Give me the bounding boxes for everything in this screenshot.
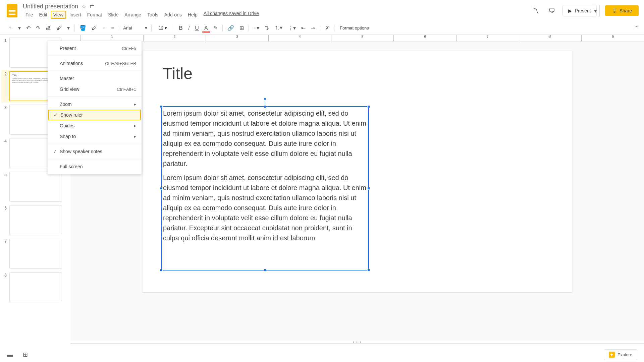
separator — [174, 25, 174, 32]
resize-handle-bm[interactable] — [264, 269, 266, 272]
slide-thumb-6[interactable]: 6 — [3, 205, 68, 235]
text-paragraph-2[interactable]: Lorem ipsum dolor sit amet, consectetur … — [163, 173, 367, 243]
border-dash-button[interactable]: ┅ — [109, 23, 116, 33]
separator — [222, 25, 223, 32]
slide-thumb-5[interactable]: 5 — [3, 172, 68, 202]
comment-button[interactable]: ⊞ — [237, 23, 246, 33]
activity-icon[interactable]: 〽 — [530, 5, 541, 17]
slide-thumb-7[interactable]: 7 — [3, 239, 68, 269]
font-size-select[interactable]: 12 ▾ — [154, 25, 171, 31]
notes-resize-handle[interactable]: • • • — [70, 341, 644, 343]
share-button[interactable]: 🔒 Share — [605, 5, 639, 16]
chevron-right-icon: ▸ — [134, 134, 136, 139]
explore-button[interactable]: ✦ Explore — [604, 349, 637, 360]
menu-view[interactable]: View — [51, 11, 66, 19]
collapse-toolbar-button[interactable]: ⌃ — [634, 25, 639, 31]
text-box-selected[interactable]: Lorem ipsum dolor sit amet, consectetur … — [161, 106, 369, 270]
menu-help[interactable]: Help — [185, 11, 200, 19]
format-options-button[interactable]: Format options — [340, 25, 369, 31]
dd-animations[interactable]: AnimationsCtrl+Alt+Shift+B — [48, 58, 142, 69]
separator — [74, 25, 75, 32]
header: Untitled presentation ☆ 🗀 File Edit View… — [0, 0, 644, 21]
dd-snap-to[interactable]: Snap to▸ — [48, 131, 142, 142]
menu-insert[interactable]: Insert — [67, 11, 84, 19]
toolbar: ＋ ▾ ↶ ↷ 🖶 🖌 ▾ 🪣 🖊 ≡ ┅ Arial▾ 12 ▾ B I U … — [0, 21, 644, 35]
doc-info: Untitled presentation ☆ 🗀 File Edit View… — [23, 3, 530, 19]
drive-status[interactable]: All changes saved in Drive — [204, 11, 259, 19]
link-button[interactable]: 🔗 — [225, 23, 236, 33]
redo-button[interactable]: ↷ — [34, 23, 42, 33]
grid-view-button[interactable]: ⊞ — [23, 351, 28, 358]
new-slide-dropdown[interactable]: ▾ — [16, 23, 23, 33]
indent-decrease-button[interactable]: ⇤ — [299, 23, 308, 33]
separator — [320, 25, 320, 32]
fill-color-button[interactable]: 🪣 — [77, 23, 88, 33]
separator — [334, 25, 334, 32]
italic-button[interactable]: I — [186, 24, 192, 33]
zoom-dropdown[interactable]: ▾ — [65, 23, 72, 33]
check-icon: ✓ — [53, 149, 60, 154]
folder-icon[interactable]: 🗀 — [90, 3, 95, 9]
resize-handle-ml[interactable] — [160, 187, 163, 190]
bulleted-list-button[interactable]: ⋮▾ — [286, 23, 298, 33]
underline-button[interactable]: U — [193, 24, 201, 33]
separator — [48, 56, 142, 56]
menu-addons[interactable]: Add-ons — [162, 11, 184, 19]
slide-thumb-8[interactable]: 8 — [3, 272, 68, 302]
resize-handle-br[interactable] — [367, 269, 370, 272]
menu-format[interactable]: Format — [85, 11, 105, 19]
menu-tools[interactable]: Tools — [145, 11, 161, 19]
dd-show-ruler[interactable]: ✓Show ruler — [48, 110, 141, 120]
border-weight-button[interactable]: ≡ — [100, 24, 107, 33]
highlight-button[interactable]: ✎ — [211, 23, 220, 33]
menu-slide[interactable]: Slide — [105, 11, 121, 19]
dd-master[interactable]: Master — [48, 73, 142, 84]
resize-handle-tm[interactable] — [264, 105, 266, 108]
resize-handle-tr[interactable] — [367, 105, 370, 108]
dd-grid-view[interactable]: Grid viewCtrl+Alt+1 — [48, 84, 142, 95]
dd-speaker-notes[interactable]: ✓Show speaker notes — [48, 146, 142, 157]
check-icon: ✓ — [54, 112, 60, 118]
doc-title[interactable]: Untitled presentation — [23, 3, 78, 10]
font-select[interactable]: Arial▾ — [122, 25, 149, 31]
resize-handle-mr[interactable] — [367, 187, 370, 190]
star-icon[interactable]: ☆ — [82, 3, 86, 10]
filmstrip-view-button[interactable]: ▬ — [7, 351, 13, 358]
dd-full-screen[interactable]: Full screen — [48, 161, 142, 172]
present-dropdown[interactable]: ▾ — [591, 5, 600, 17]
menu-file[interactable]: File — [23, 11, 36, 19]
menu-edit[interactable]: Edit — [37, 11, 50, 19]
separator — [48, 144, 142, 144]
new-slide-button[interactable]: ＋ — [5, 23, 15, 33]
numbered-list-button[interactable]: ⒈▾ — [272, 23, 284, 33]
menu-arrange[interactable]: Arrange — [122, 11, 144, 19]
text-color-button[interactable]: A — [202, 24, 210, 33]
border-color-button[interactable]: 🖊 — [90, 24, 99, 33]
resize-handle-tl[interactable] — [160, 105, 163, 108]
slides-logo[interactable] — [5, 4, 19, 17]
print-button[interactable]: 🖶 — [44, 24, 53, 33]
separator — [151, 25, 152, 32]
bold-button[interactable]: B — [177, 24, 185, 33]
text-paragraph-1[interactable]: Lorem ipsum dolor sit amet, consectetur … — [163, 108, 367, 169]
comments-icon[interactable]: 🗨 — [546, 5, 557, 17]
dd-zoom[interactable]: Zoom▸ — [48, 99, 142, 110]
line-spacing-button[interactable]: ⇅ — [263, 23, 271, 33]
rotate-handle[interactable] — [264, 98, 266, 100]
present-label: Present — [575, 8, 591, 13]
share-label: Share — [620, 8, 632, 13]
explore-label: Explore — [618, 352, 632, 357]
slide-title[interactable]: Title — [163, 64, 552, 83]
dd-guides[interactable]: Guides▸ — [48, 120, 142, 131]
dd-present[interactable]: PresentCtrl+F5 — [48, 43, 142, 54]
clear-format-button[interactable]: ✗ — [323, 23, 331, 33]
separator — [48, 97, 142, 97]
slide-wrapper[interactable]: Title Lorem ipsum dolor sit amet, consec… — [70, 42, 644, 341]
slide-canvas[interactable]: Title Lorem ipsum dolor sit amet, consec… — [143, 51, 572, 292]
resize-handle-bl[interactable] — [160, 269, 163, 272]
paint-format-button[interactable]: 🖌 — [54, 24, 64, 33]
canvas-area: 1 2 3 4 5 6 7 8 9 Title — [70, 35, 644, 362]
undo-button[interactable]: ↶ — [24, 23, 33, 33]
align-button[interactable]: ≡▾ — [252, 23, 261, 33]
indent-increase-button[interactable]: ⇥ — [309, 23, 317, 33]
